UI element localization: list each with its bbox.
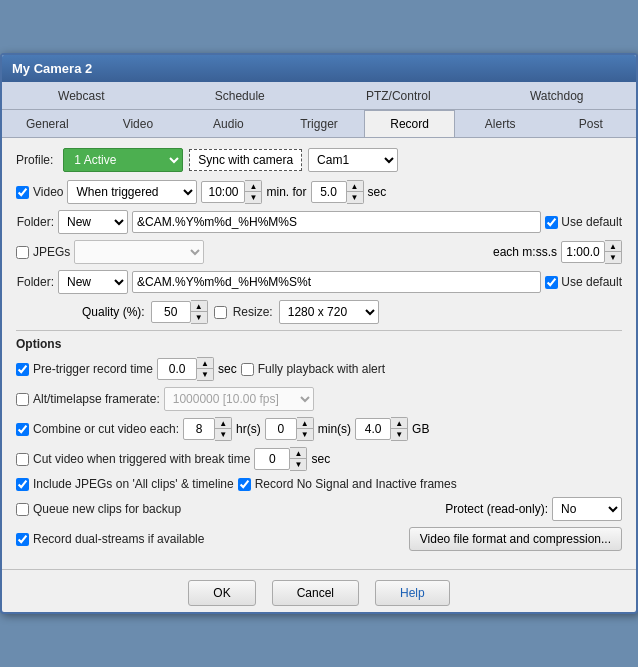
tab-webcast[interactable]: Webcast — [2, 82, 161, 109]
format-compression-button[interactable]: Video file format and compression... — [409, 527, 622, 551]
tab-schedule[interactable]: Schedule — [161, 82, 320, 109]
record-dual-checkbox[interactable] — [16, 533, 29, 546]
video-time-spinner: ▲ ▼ — [201, 180, 262, 204]
combine-min-input[interactable] — [265, 418, 297, 440]
combine-gb-input[interactable] — [355, 418, 391, 440]
jpegs-use-default-checkbox[interactable] — [545, 276, 558, 289]
video-sec-down[interactable]: ▼ — [347, 192, 363, 203]
combine-hrs-up[interactable]: ▲ — [215, 418, 231, 429]
jpegs-each-label: each m:ss.s — [493, 245, 557, 259]
video-time-input[interactable] — [201, 181, 245, 203]
quality-row: Quality (%): ▲ ▼ Resize: 1280 x 720 — [16, 300, 622, 324]
cam-select[interactable]: Cam1 — [308, 148, 398, 172]
alt-timelapse-row: Alt/timelapse framerate: 1000000 [10.00 … — [16, 387, 622, 411]
cancel-button[interactable]: Cancel — [272, 580, 359, 606]
combine-gb-down[interactable]: ▼ — [391, 429, 407, 440]
tab-trigger[interactable]: Trigger — [274, 110, 365, 137]
include-jpegs-label: Include JPEGs on 'All clips' & timeline — [33, 477, 234, 491]
combine-min-down[interactable]: ▼ — [297, 429, 313, 440]
pre-trigger-sec-label: sec — [218, 362, 237, 376]
video-sec-input[interactable] — [311, 181, 347, 203]
cut-break-checkbox[interactable] — [16, 453, 29, 466]
combine-gb-spin-col: ▲ ▼ — [391, 417, 408, 441]
video-time-down[interactable]: ▼ — [245, 192, 261, 203]
jpegs-folder-path-input[interactable] — [132, 271, 541, 293]
video-trigger-select[interactable]: When triggered — [67, 180, 197, 204]
video-folder-label: Folder: — [16, 215, 54, 229]
combine-checkbox[interactable] — [16, 423, 29, 436]
tab-post[interactable]: Post — [545, 110, 636, 137]
tab-ptz-control[interactable]: PTZ/Control — [319, 82, 478, 109]
pre-trigger-down[interactable]: ▼ — [197, 369, 213, 380]
combine-label: Combine or cut video each: — [33, 422, 179, 436]
combine-gb-up[interactable]: ▲ — [391, 418, 407, 429]
combine-hrs-spinner: ▲ ▼ — [183, 417, 232, 441]
video-folder-select[interactable]: New — [58, 210, 128, 234]
pre-trigger-spinner: ▲ ▼ — [157, 357, 214, 381]
queue-backup-checkbox[interactable] — [16, 503, 29, 516]
pre-trigger-checkbox[interactable] — [16, 363, 29, 376]
fully-playback-checkbox[interactable] — [241, 363, 254, 376]
quality-input[interactable] — [151, 301, 191, 323]
tab-alerts[interactable]: Alerts — [455, 110, 546, 137]
profile-select[interactable]: 1 Active — [63, 148, 183, 172]
sec-label: sec — [368, 185, 387, 199]
tabs-row2: General Video Audio Trigger Record Alert… — [2, 110, 636, 138]
combine-min-up[interactable]: ▲ — [297, 418, 313, 429]
alt-timelapse-checkbox[interactable] — [16, 393, 29, 406]
video-use-default: Use default — [545, 215, 622, 229]
tab-watchdog[interactable]: Watchdog — [478, 82, 637, 109]
jpegs-time-down[interactable]: ▼ — [605, 252, 621, 263]
resize-checkbox[interactable] — [214, 306, 227, 319]
pre-trigger-up[interactable]: ▲ — [197, 358, 213, 369]
video-checkbox[interactable] — [16, 186, 29, 199]
video-label: Video — [33, 185, 63, 199]
record-dual-label: Record dual-streams if available — [33, 532, 204, 546]
protect-select[interactable]: No — [552, 497, 622, 521]
combine-min-spin-col: ▲ ▼ — [297, 417, 314, 441]
cut-break-sec-label: sec — [311, 452, 330, 466]
tabs-row1: Webcast Schedule PTZ/Control Watchdog — [2, 82, 636, 110]
jpegs-checkbox[interactable] — [16, 246, 29, 259]
cut-break-down[interactable]: ▼ — [290, 459, 306, 470]
fully-playback-label: Fully playback with alert — [258, 362, 385, 376]
jpegs-select[interactable] — [74, 240, 204, 264]
video-sec-spin-col: ▲ ▼ — [347, 180, 364, 204]
combine-hrs-down[interactable]: ▼ — [215, 429, 231, 440]
video-row: Video When triggered ▲ ▼ min. for ▲ ▼ se… — [16, 180, 622, 204]
cut-break-up[interactable]: ▲ — [290, 448, 306, 459]
video-time-up[interactable]: ▲ — [245, 181, 261, 192]
quality-up[interactable]: ▲ — [191, 301, 207, 312]
pre-trigger-spin-col: ▲ ▼ — [197, 357, 214, 381]
combine-hrs-input[interactable] — [183, 418, 215, 440]
jpegs-folder-label: Folder: — [16, 275, 54, 289]
tab-audio[interactable]: Audio — [183, 110, 274, 137]
tab-record[interactable]: Record — [364, 110, 455, 137]
record-dual-row: Record dual-streams if available Video f… — [16, 527, 622, 551]
cut-break-input[interactable] — [254, 448, 290, 470]
tab-general[interactable]: General — [2, 110, 93, 137]
alt-timelapse-select[interactable]: 1000000 [10.00 fps] — [164, 387, 314, 411]
jpegs-time-spinner: ▲ ▼ — [561, 240, 622, 264]
combine-hrs-label: hr(s) — [236, 422, 261, 436]
video-use-default-checkbox[interactable] — [545, 216, 558, 229]
include-jpegs-checkbox[interactable] — [16, 478, 29, 491]
ok-button[interactable]: OK — [188, 580, 255, 606]
sync-with-camera-button[interactable]: Sync with camera — [189, 149, 302, 171]
alt-timelapse-label: Alt/timelapse framerate: — [33, 392, 160, 406]
tab-video[interactable]: Video — [93, 110, 184, 137]
video-sec-up[interactable]: ▲ — [347, 181, 363, 192]
video-sec-spinner: ▲ ▼ — [311, 180, 364, 204]
combine-gb-spinner: ▲ ▼ — [355, 417, 408, 441]
video-folder-path-input[interactable] — [132, 211, 541, 233]
jpegs-time-input[interactable] — [561, 241, 605, 263]
resize-select[interactable]: 1280 x 720 — [279, 300, 379, 324]
jpegs-folder-select[interactable]: New — [58, 270, 128, 294]
help-button[interactable]: Help — [375, 580, 450, 606]
record-no-signal-checkbox[interactable] — [238, 478, 251, 491]
quality-down[interactable]: ▼ — [191, 312, 207, 323]
cut-break-row: Cut video when triggered with break time… — [16, 447, 622, 471]
pre-trigger-input[interactable] — [157, 358, 197, 380]
resize-label: Resize: — [233, 305, 273, 319]
jpegs-time-up[interactable]: ▲ — [605, 241, 621, 252]
